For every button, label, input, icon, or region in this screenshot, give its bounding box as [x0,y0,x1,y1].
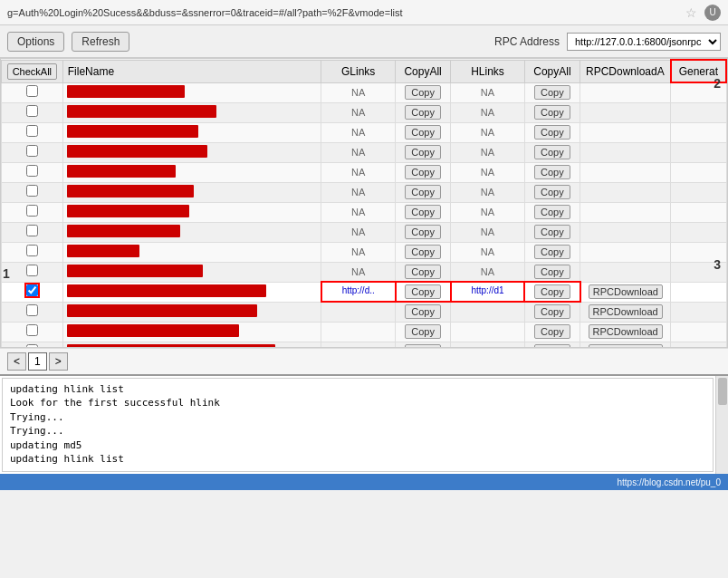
copy-button[interactable]: Copy [405,265,441,279]
na-text: NA [481,266,494,277]
filename-cell [62,102,321,122]
glink-cell [321,302,396,322]
hlink-cell: NA [451,242,525,262]
copy-cell: Copy [396,322,451,342]
rpcdownload-cell: RPCDownload [580,342,671,348]
options-button[interactable]: Options [7,32,64,52]
copy-cell: Copy [396,102,451,122]
page-1-button[interactable]: 1 [28,352,47,371]
rpcdownload-button[interactable]: RPCDownload [589,284,663,299]
table-row-highlighted: http://d.. Copy http://d1 Copy RPCDownlo… [2,282,727,302]
copy-button[interactable]: Copy [405,225,441,239]
copy-button[interactable]: Copy [534,205,570,219]
rpc-address-select[interactable]: http://127.0.0.1:6800/jsonrpc [567,33,721,51]
na-text: NA [351,246,365,257]
copy-cell: Copy [396,302,451,322]
hlink-cell: NA [451,202,525,222]
row-checkbox-cell [2,162,63,182]
row-checkbox[interactable] [26,304,38,316]
copy-button[interactable]: Copy [534,324,570,339]
hlink-cell: NA [451,162,525,182]
row-checkbox-cell [2,102,63,122]
copy-button[interactable]: Copy [534,185,570,199]
log-scrollbar[interactable] [715,376,728,474]
generate-cell [671,322,726,342]
copy-button[interactable]: Copy [534,125,570,140]
rpc-label: RPC Address [494,35,560,48]
row-checkbox[interactable] [26,105,38,117]
table-row: Copy Copy RPCDownload [2,342,727,348]
row-checkbox[interactable] [26,245,38,256]
copy-button[interactable]: Copy [534,225,570,239]
row-checkbox[interactable] [26,284,38,296]
row-checkbox-cell [2,282,63,302]
copy-cell: Copy [396,242,451,262]
copy-button[interactable]: Copy [405,245,441,259]
na-text: NA [481,207,494,217]
copy-button[interactable]: Copy [405,185,441,199]
row-checkbox[interactable] [26,85,38,97]
prev-page-button[interactable]: < [7,352,26,371]
table-row: NA Copy NA Copy [2,202,727,222]
file-bar [67,105,216,118]
rpcdownload-button[interactable]: RPCDownload [589,324,663,339]
copy-button[interactable]: Copy [405,105,441,120]
next-page-button[interactable]: > [49,352,68,371]
copy-button[interactable]: Copy [405,284,441,299]
row-checkbox[interactable] [26,185,38,197]
file-table: CheckAll FileName GLinks CopyAll HLinks … [1,59,727,348]
copy-button[interactable]: Copy [405,125,441,140]
copy-button[interactable]: Copy [405,165,441,179]
copy-button[interactable]: Copy [534,85,570,100]
table-row: NA Copy NA Copy [2,102,727,122]
row-checkbox[interactable] [26,125,38,137]
copy-button[interactable]: Copy [534,245,570,259]
row-checkbox[interactable] [26,265,38,276]
copy-button[interactable]: Copy [534,145,570,159]
copy-button[interactable]: Copy [405,304,441,319]
glink-cell: NA [321,122,396,142]
table-row: Copy Copy RPCDownload [2,302,727,322]
row-checkbox[interactable] [26,165,38,177]
copy-button[interactable]: Copy [534,304,570,319]
file-bar [67,304,257,317]
row-checkbox-cell [2,322,63,342]
header-checkall: CheckAll [2,60,63,82]
log-content: updating hlink listLook for the first su… [2,378,714,472]
copy-cell: Copy [396,342,451,348]
copy2-cell: Copy [524,282,580,302]
copy-button[interactable]: Copy [534,265,570,279]
glink-cell: NA [321,102,396,122]
copy-button[interactable]: Copy [405,145,441,159]
glink-text: http://d.. [342,285,375,295]
copy-button[interactable]: Copy [405,205,441,219]
copy-button[interactable]: Copy [534,284,570,299]
bookmark-icon[interactable]: ☆ [685,5,697,20]
na-text: NA [351,207,365,217]
row-checkbox[interactable] [26,324,38,336]
glink-cell: NA [321,182,396,202]
generate-cell [671,142,726,162]
rpcdownload-button[interactable]: RPCDownload [589,304,663,319]
hlink-cell: NA [451,122,525,142]
file-bar [67,85,185,98]
copy-button[interactable]: Copy [534,165,570,179]
copy2-cell: Copy [524,302,580,322]
generate-cell [671,182,726,202]
row-checkbox-cell [2,242,63,262]
checkall-button[interactable]: CheckAll [7,63,57,80]
generate-cell [671,222,726,242]
glink-cell: NA [321,82,396,102]
generate-cell [671,282,726,302]
row-checkbox[interactable] [26,145,38,157]
copy-button[interactable]: Copy [405,324,441,339]
copy-button[interactable]: Copy [405,85,441,100]
row-checkbox[interactable] [26,225,38,236]
row-checkbox[interactable] [26,205,38,217]
na-text: NA [481,87,494,98]
filename-cell [62,182,321,202]
copy-button[interactable]: Copy [534,105,570,120]
row-checkbox-cell [2,182,63,202]
refresh-button[interactable]: Refresh [72,32,129,52]
filename-cell [62,82,321,102]
